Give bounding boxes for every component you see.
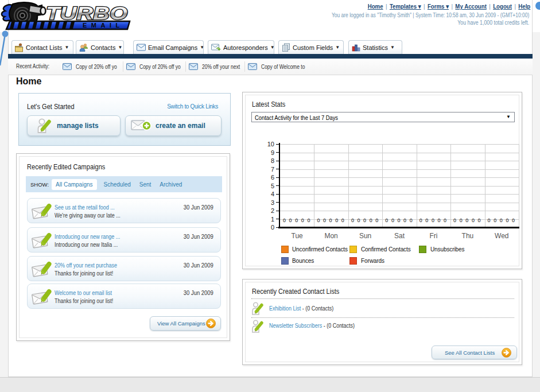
svg-text:EMAIL: EMAIL [83, 22, 124, 29]
